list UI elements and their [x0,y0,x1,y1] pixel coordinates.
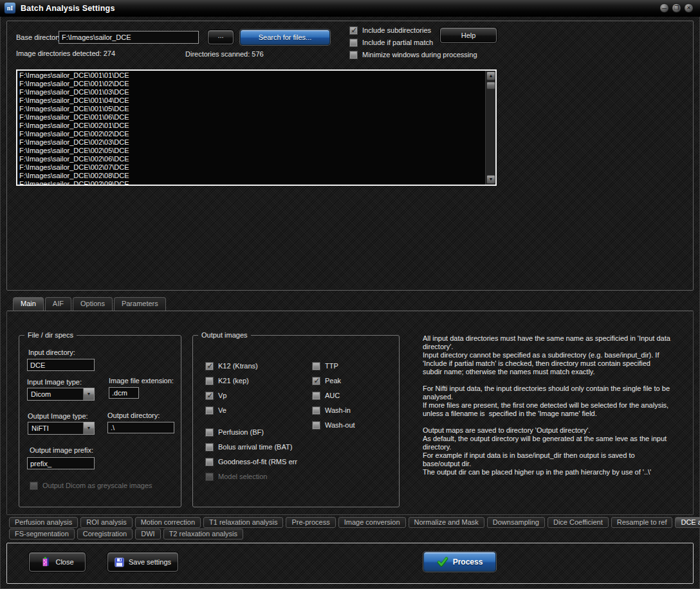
close-button[interactable]: Close [29,552,86,572]
output-image-checkbox-row[interactable]: AUC [312,391,355,400]
module-tab[interactable]: Normalize and Mask [409,517,484,528]
help-info-line: Input directory cannot be specified as a… [423,351,695,359]
checkbox-label: Include if partial match [362,39,433,46]
output-image-checkbox-row[interactable]: Peak [312,376,355,385]
chevron-down-icon[interactable]: ▼ [83,388,94,400]
checkbox[interactable] [205,428,214,437]
output-images-right-column: TTP Peak AUC Wash-in [312,361,355,430]
checkbox[interactable] [312,392,320,400]
output-image-checkbox-row[interactable]: Ve [205,406,297,415]
module-tab[interactable]: T2 relaxation analysis [163,529,243,539]
module-tab[interactable]: Pre-process [286,517,335,528]
search-option-checkbox-row[interactable]: Minimize windows during processing [349,50,477,59]
output-image-checkbox-row[interactable]: K21 (kep) [205,376,297,385]
checkbox[interactable] [312,406,320,415]
settings-tab[interactable]: AIF [45,297,71,311]
directory-list-item[interactable]: F:\Images\sailor_DCE\002\02\DCE [17,130,495,138]
directory-list: F:\Images\sailor_DCE\001\01\DCE F:\Image… [17,71,495,186]
checkbox-label: Model selection [218,473,267,480]
output-image-checkbox-row[interactable]: TTP [312,361,355,370]
process-button[interactable]: Process [423,552,496,572]
directory-list-item[interactable]: F:\Images\sailor_DCE\002\05\DCE [17,147,495,155]
directory-list-item[interactable]: F:\Images\sailor_DCE\001\05\DCE [17,105,495,113]
directory-list-item[interactable]: F:\Images\sailor_DCE\001\06\DCE [17,113,495,122]
checkbox[interactable] [312,421,320,430]
checkbox[interactable] [349,39,358,47]
checkbox[interactable] [205,392,214,400]
module-tab[interactable]: T1 relaxation analysis [203,517,283,528]
module-tab[interactable]: Resample to ref [611,517,673,528]
module-tab[interactable]: Dice Coefficient [548,517,609,528]
module-tab[interactable]: Perfusion analysis [9,517,78,528]
search-for-files-button[interactable]: Search for files... [240,30,330,45]
directory-list-item[interactable]: F:\Images\sailor_DCE\002\08\DCE [17,172,495,180]
checkbox[interactable] [205,473,214,481]
scrollbar-thumb[interactable] [486,82,495,89]
output-image-prefix-input[interactable] [27,457,95,469]
output-image-checkbox-row[interactable]: Wash-out [312,421,355,430]
help-button[interactable]: Help [440,28,497,43]
listbox-scrollbar[interactable]: ▲ ▼ [485,71,495,185]
checkbox[interactable] [349,51,358,59]
base-directory-input[interactable] [59,31,199,44]
module-tab[interactable]: ROI analysis [80,517,132,528]
checkbox-label: Minimize windows during processing [362,51,477,59]
output-image-checkbox-row[interactable]: K12 (Ktrans) [205,361,297,370]
greyscale-checkbox-row[interactable]: Output Dicom as greyscale images [30,481,152,490]
checkbox[interactable] [205,458,214,466]
output-image-type-select[interactable]: NiFTI ▼ [28,422,95,435]
output-image-checkbox-row[interactable]: Bolus arrival time (BAT) [205,442,297,451]
settings-tab[interactable]: Options [73,297,113,311]
image-file-extension-input[interactable] [109,387,139,399]
module-tab[interactable]: DCE analysis [675,517,700,528]
directory-list-item[interactable]: F:\Images\sailor_DCE\001\03\DCE [17,88,495,96]
checkbox[interactable] [312,362,320,370]
directory-list-item[interactable]: F:\Images\sailor_DCE\001\01\DCE [17,71,495,80]
checkbox[interactable] [349,26,358,35]
directory-list-item[interactable]: F:\Images\sailor_DCE\001\02\DCE [17,80,495,88]
directory-list-item[interactable]: F:\Images\sailor_DCE\001\04\DCE [17,96,495,105]
checkbox[interactable] [205,443,214,451]
chevron-down-icon[interactable]: ▼ [83,422,94,434]
directory-list-item[interactable]: F:\Images\sailor_DCE\002\03\DCE [17,138,495,147]
scroll-down-icon[interactable]: ▼ [486,175,495,184]
output-image-checkbox-row[interactable]: Perfusion (BF) [205,428,297,437]
settings-tab[interactable]: Parameters [114,297,166,311]
checkbox[interactable] [312,377,320,385]
module-tab[interactable]: Coregistration [77,529,133,539]
checkbox-label: Ve [218,406,226,414]
module-tab[interactable]: FS-segmentation [9,529,75,539]
directory-list-item[interactable]: F:\Images\sailor_DCE\002\07\DCE [17,163,495,172]
scroll-up-icon[interactable]: ▲ [486,71,495,80]
checkbox[interactable] [205,406,214,415]
input-image-type-label: Input Image type: [27,378,82,386]
module-tab[interactable]: Image conversion [338,517,406,528]
process-button-label: Process [453,557,483,566]
output-image-checkbox-row[interactable]: Vp [205,391,297,400]
module-tab[interactable]: Motion correction [135,517,201,528]
close-icon[interactable]: ✕ [684,3,694,13]
maximize-icon[interactable]: ❐ [672,3,681,13]
browse-button[interactable]: ... [208,30,234,44]
checkbox-label: Include subdirectories [362,26,431,34]
directory-list-item[interactable]: F:\Images\sailor_DCE\002\06\DCE [17,155,495,163]
input-image-type-select[interactable]: Dicom ▼ [27,388,95,401]
directory-list-item[interactable]: F:\Images\sailor_DCE\002\01\DCE [17,122,495,130]
output-image-checkbox-row[interactable]: Wash-in [312,406,355,415]
help-info-line: All input data directories must have the… [423,334,695,343]
directory-list-item[interactable]: F:\Images\sailor_DCE\002\09\DCE [17,180,495,186]
settings-tab[interactable]: Main [13,297,44,311]
checkbox-label: TTP [325,362,338,370]
save-settings-button[interactable]: Save settings [107,552,178,572]
output-directory-input[interactable] [107,422,174,433]
directory-listbox[interactable]: F:\Images\sailor_DCE\001\01\DCE F:\Image… [16,69,497,186]
minimize-icon[interactable]: — [659,3,669,13]
module-tab[interactable]: DWI [135,529,160,539]
checkbox[interactable] [30,482,38,490]
input-directory-input[interactable] [27,359,95,371]
output-image-checkbox-row[interactable]: Goodness-of-fit (RMS err [205,457,297,466]
output-image-checkbox-row[interactable]: Model selection [205,472,297,481]
checkbox[interactable] [205,362,214,370]
module-tab[interactable]: Downsampling [487,517,545,528]
checkbox[interactable] [205,377,214,385]
